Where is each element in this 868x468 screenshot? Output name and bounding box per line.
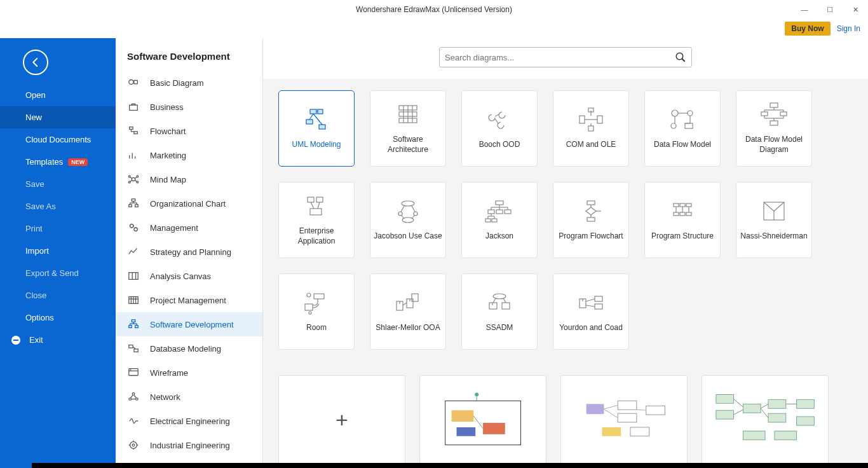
- svg-line-109: [412, 216, 414, 219]
- buy-now-button[interactable]: Buy Now: [785, 22, 830, 36]
- titlebar: Wondershare EdrawMax (Unlicensed Version…: [0, 0, 868, 19]
- category-organizational-chart[interactable]: Organizational Chart: [116, 191, 262, 216]
- nav-save[interactable]: Save: [0, 173, 116, 195]
- svg-line-13: [130, 177, 132, 178]
- close-button[interactable]: ✕: [843, 0, 868, 19]
- category-management[interactable]: Management: [116, 216, 262, 240]
- topbar: Buy Now Sign In: [0, 19, 868, 38]
- category-electrical-engineering[interactable]: Electrical Engineering: [116, 409, 262, 433]
- template-jackson[interactable]: Jackson: [461, 182, 538, 258]
- category-label: Business: [150, 102, 184, 112]
- nav-templates[interactable]: TemplatesNEW: [0, 151, 116, 173]
- svg-line-151: [403, 303, 407, 305]
- nav-save-as[interactable]: Save As: [0, 195, 116, 217]
- example-card-3[interactable]: [702, 375, 829, 463]
- category-label: Basic Diagram: [150, 78, 204, 88]
- svg-rect-135: [680, 212, 685, 216]
- category-business[interactable]: Business: [116, 95, 262, 119]
- search-box[interactable]: [439, 47, 692, 67]
- template-data-flow-model[interactable]: Data Flow Model: [644, 90, 721, 167]
- nav-label: Export & Send: [25, 268, 79, 278]
- template-room[interactable]: Room: [278, 273, 355, 350]
- template-com-and-ole[interactable]: COM and OLE: [553, 90, 629, 167]
- svg-point-171: [475, 392, 478, 396]
- sign-in-link[interactable]: Sign In: [837, 24, 860, 33]
- svg-rect-188: [796, 416, 814, 425]
- nav-export-&-send[interactable]: Export & Send: [0, 262, 116, 284]
- template-shlaer-mellor-ooa[interactable]: Shlaer-Mellor OOA: [370, 273, 446, 350]
- nav-cloud-documents[interactable]: Cloud Documents: [0, 128, 116, 151]
- svg-rect-111: [488, 210, 494, 214]
- svg-rect-176: [646, 406, 665, 415]
- svg-line-50: [131, 395, 133, 398]
- template-software-architecture[interactable]: Software Architecture: [370, 90, 446, 167]
- svg-rect-3: [130, 127, 133, 130]
- svg-point-147: [309, 312, 311, 314]
- nav-label: Open: [25, 90, 46, 100]
- svg-point-24: [130, 224, 133, 228]
- svg-point-104: [414, 212, 417, 216]
- nav-new[interactable]: New: [0, 106, 116, 128]
- back-button[interactable]: [23, 50, 48, 75]
- category-database-modeling[interactable]: Database Modeling: [116, 336, 262, 361]
- category-basic-diagram[interactable]: Basic Diagram: [116, 71, 262, 95]
- template-yourdon-and-coad[interactable]: Yourdon and Coad: [553, 273, 629, 350]
- template-jacobson-use-case[interactable]: Jacobson Use Case: [370, 182, 446, 258]
- nav-print[interactable]: Print: [0, 217, 116, 240]
- template-label: Room: [306, 323, 327, 333]
- category-wireframe[interactable]: Wireframe: [116, 361, 262, 385]
- minimize-button[interactable]: —: [792, 0, 817, 19]
- svg-rect-4: [134, 132, 137, 134]
- category-industrial-engineering[interactable]: Industrial Engineering: [116, 433, 262, 457]
- category-project-management[interactable]: Project Management: [116, 288, 262, 312]
- category-network[interactable]: Network: [116, 385, 262, 409]
- template-booch-ood[interactable]: Booch OOD: [461, 90, 538, 167]
- nav-import[interactable]: Import: [0, 240, 116, 262]
- svg-rect-190: [775, 431, 797, 440]
- nav-label: Close: [25, 291, 46, 300]
- project-icon: [127, 294, 140, 306]
- category-marketing[interactable]: Marketing: [116, 143, 262, 167]
- svg-line-65: [313, 114, 322, 125]
- example-card-2[interactable]: [560, 375, 688, 463]
- svg-rect-115: [492, 219, 497, 222]
- nav-label: Options: [25, 313, 54, 322]
- category-flowchart[interactable]: Flowchart: [116, 119, 262, 143]
- svg-rect-63: [319, 125, 325, 129]
- template-program-flowchart[interactable]: Program Flowchart: [553, 182, 629, 258]
- svg-line-142: [774, 202, 784, 211]
- svg-rect-136: [686, 212, 691, 216]
- nav-exit[interactable]: Exit: [0, 329, 116, 351]
- category-software-development[interactable]: Software Development: [116, 312, 262, 336]
- category-analysis-canvas[interactable]: Analysis Canvas: [116, 264, 262, 288]
- sidebar: OpenNewCloud DocumentsTemplatesNEWSaveSa…: [0, 38, 116, 463]
- svg-line-14: [135, 177, 137, 178]
- example-card-1[interactable]: [419, 375, 546, 463]
- template-label: UML Modeling: [292, 140, 341, 150]
- basic-icon: [127, 76, 140, 89]
- svg-point-54: [132, 444, 135, 446]
- template-enterprise-application[interactable]: Enterprise Application: [278, 182, 355, 258]
- svg-rect-173: [587, 404, 604, 414]
- category-strategy-and-planning[interactable]: Strategy and Planning: [116, 240, 262, 264]
- nav-label: Cloud Documents: [25, 135, 91, 144]
- svg-line-51: [134, 395, 137, 398]
- nav-open[interactable]: Open: [0, 84, 116, 106]
- template-ssadm[interactable]: SSADM: [461, 273, 538, 350]
- template-nassi-shneiderman[interactable]: Nassi-Shneiderman: [736, 182, 812, 258]
- category-building-plan[interactable]: Building Plan: [116, 457, 262, 463]
- search-input[interactable]: [445, 53, 675, 62]
- template-program-structure[interactable]: Program Structure: [644, 182, 721, 258]
- category-label: Mind Map: [150, 175, 186, 184]
- svg-line-193: [761, 404, 768, 408]
- nav-options[interactable]: Options: [0, 306, 116, 329]
- svg-rect-86: [761, 112, 768, 116]
- maximize-button[interactable]: ☐: [817, 0, 843, 19]
- category-mind-map[interactable]: Mind Map: [116, 167, 262, 191]
- new-blank-card[interactable]: +: [278, 375, 405, 463]
- template-uml-modeling[interactable]: UML Modeling: [278, 90, 355, 167]
- svg-rect-169: [456, 427, 475, 436]
- template-data-flow-model-diagram[interactable]: Data Flow Model Diagram: [736, 90, 812, 167]
- nav-close[interactable]: Close: [0, 284, 116, 306]
- templates-grid: UML ModelingSoftware ArchitectureBooch O…: [278, 90, 853, 350]
